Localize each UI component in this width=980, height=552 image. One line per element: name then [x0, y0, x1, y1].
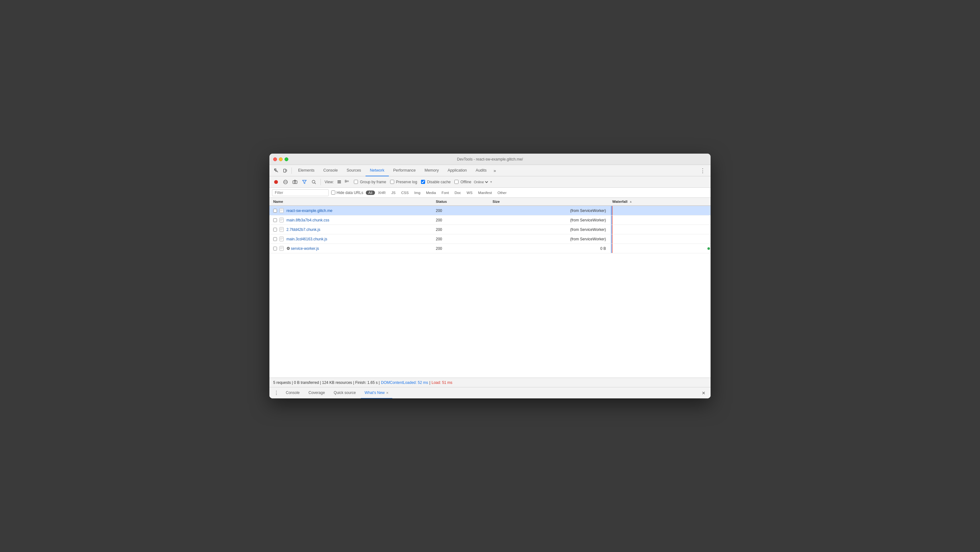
filter-type-all[interactable]: All: [366, 190, 375, 195]
offline-label[interactable]: Offline: [460, 180, 471, 184]
filter-type-img[interactable]: Img: [412, 190, 423, 195]
clear-button[interactable]: [282, 178, 290, 186]
row-status: 200: [433, 227, 490, 232]
row-size: (from ServiceWorker): [490, 227, 610, 232]
file-icon: [279, 208, 284, 213]
group-by-frame-checkbox[interactable]: [354, 180, 358, 184]
traffic-lights: [273, 157, 288, 161]
filter-type-ws[interactable]: WS: [464, 190, 475, 195]
row-name: 2.7fdd42b7.chunk.js: [286, 227, 320, 232]
file-icon: [279, 236, 284, 242]
svg-point-7: [294, 181, 296, 183]
devtools-body: Elements Console Sources Network Perform…: [269, 165, 711, 398]
tab-sources[interactable]: Sources: [342, 165, 366, 176]
filter-type-css[interactable]: CSS: [399, 190, 411, 195]
preserve-log-checkbox[interactable]: [390, 180, 394, 184]
row-status: 200: [433, 237, 490, 241]
file-icon: [279, 246, 284, 251]
tab-network[interactable]: Network: [366, 165, 389, 176]
tree-view-button[interactable]: [343, 179, 350, 185]
status-bar: 5 requests | 0 B transferred | 124 KB re…: [269, 378, 711, 387]
offline-checkbox[interactable]: [454, 180, 458, 184]
empty-table-area: [269, 253, 711, 316]
close-whats-new-icon[interactable]: ✕: [386, 391, 388, 395]
bottom-tab-coverage[interactable]: Coverage: [305, 387, 329, 398]
devtools-window: DevTools - react-sw-example.glitch.me/ E…: [269, 154, 711, 398]
table-row[interactable]: main.3cd46163.chunk.js 200 (from Service…: [269, 235, 711, 244]
tab-elements[interactable]: Elements: [294, 165, 319, 176]
row-name: service-worker.js: [291, 246, 319, 251]
record-button[interactable]: [272, 178, 280, 186]
filter-type-media[interactable]: Media: [423, 190, 438, 195]
svg-line-16: [346, 181, 347, 182]
row-size: (from ServiceWorker): [490, 218, 610, 222]
table-row[interactable]: 2.7fdd42b7.chunk.js 200 (from ServiceWor…: [269, 225, 711, 235]
svg-rect-11: [337, 182, 341, 182]
filter-type-doc[interactable]: Doc: [452, 190, 463, 195]
filter-button[interactable]: [300, 178, 309, 186]
disable-cache-checkbox[interactable]: [421, 180, 425, 184]
svg-rect-14: [345, 181, 346, 182]
preserve-log-label[interactable]: Preserve log: [396, 180, 417, 184]
svg-rect-21: [280, 218, 283, 222]
tab-performance[interactable]: Performance: [389, 165, 420, 176]
close-button[interactable]: [273, 157, 277, 161]
row-size: 0 B: [490, 246, 610, 251]
tab-console[interactable]: Console: [319, 165, 342, 176]
filter-type-font[interactable]: Font: [439, 190, 451, 195]
row-checkbox[interactable]: [273, 228, 277, 231]
dom-content-loaded-link[interactable]: DOMContentLoaded: 52 ms: [381, 380, 428, 385]
table-row[interactable]: ⚙ service-worker.js 200 0 B: [269, 244, 711, 253]
offline-group: Offline: [454, 180, 471, 184]
filter-input[interactable]: [272, 189, 329, 196]
devtools-menu-button[interactable]: ⋮: [697, 165, 708, 176]
device-toolbar-icon[interactable]: [281, 166, 290, 175]
minimize-button[interactable]: [279, 157, 283, 161]
table-row[interactable]: main.8fb3a7b4.chunk.css 200 (from Servic…: [269, 215, 711, 225]
hide-data-urls-checkbox[interactable]: [331, 190, 335, 195]
col-header-waterfall[interactable]: Waterfall ▲: [610, 199, 711, 203]
svg-rect-13: [345, 180, 346, 181]
col-header-status[interactable]: Status: [433, 199, 490, 203]
inspect-element-icon[interactable]: [272, 166, 281, 175]
screenshot-button[interactable]: [291, 178, 299, 186]
bottom-tab-whats-new[interactable]: What's New ✕: [361, 387, 392, 398]
more-tabs-button[interactable]: »: [491, 165, 498, 176]
table-header: Name Status Size Waterfall ▲: [269, 198, 711, 206]
filter-type-manifest[interactable]: Manifest: [476, 190, 494, 195]
search-button[interactable]: [310, 178, 318, 186]
bottom-tab-console[interactable]: Console: [282, 387, 304, 398]
disable-cache-label[interactable]: Disable cache: [427, 180, 450, 184]
row-checkbox[interactable]: [273, 209, 277, 212]
bottom-tabs-menu-button[interactable]: ⋮: [272, 389, 281, 397]
row-size: (from ServiceWorker): [490, 209, 610, 213]
bottom-tab-quick-source[interactable]: Quick source: [330, 387, 360, 398]
tab-audits[interactable]: Audits: [471, 165, 491, 176]
row-checkbox[interactable]: [273, 247, 277, 250]
list-view-button[interactable]: [336, 179, 342, 185]
file-icon: [279, 218, 284, 223]
group-by-frame-label[interactable]: Group by frame: [360, 180, 386, 184]
filter-type-js[interactable]: JS: [389, 190, 398, 195]
col-header-size[interactable]: Size: [490, 199, 610, 203]
table-row[interactable]: react-sw-example.glitch.me 200 (from Ser…: [269, 206, 711, 215]
svg-point-8: [312, 180, 315, 183]
row-status: 200: [433, 209, 490, 213]
load-link[interactable]: Load: 51 ms: [432, 380, 452, 385]
row-name: main.8fb3a7b4.chunk.css: [286, 218, 329, 222]
throttle-select[interactable]: Online: [473, 180, 489, 184]
filter-type-other[interactable]: Other: [495, 190, 509, 195]
tab-application[interactable]: Application: [443, 165, 471, 176]
status-text: 5 requests | 0 B transferred | 124 KB re…: [273, 380, 380, 385]
col-header-name[interactable]: Name: [269, 199, 433, 203]
row-checkbox[interactable]: [273, 237, 277, 241]
hide-data-urls-label[interactable]: Hide data URLs: [337, 190, 363, 195]
maximize-button[interactable]: [285, 157, 288, 161]
row-checkbox[interactable]: [273, 218, 277, 222]
row-waterfall: [610, 215, 711, 225]
close-drawer-button[interactable]: ✕: [699, 389, 708, 397]
tab-memory[interactable]: Memory: [420, 165, 443, 176]
bottom-tabs-bar: ⋮ Console Coverage Quick source What's N…: [269, 387, 711, 398]
toolbar-divider-1: [320, 179, 321, 185]
filter-type-xhr[interactable]: XHR: [375, 190, 388, 195]
